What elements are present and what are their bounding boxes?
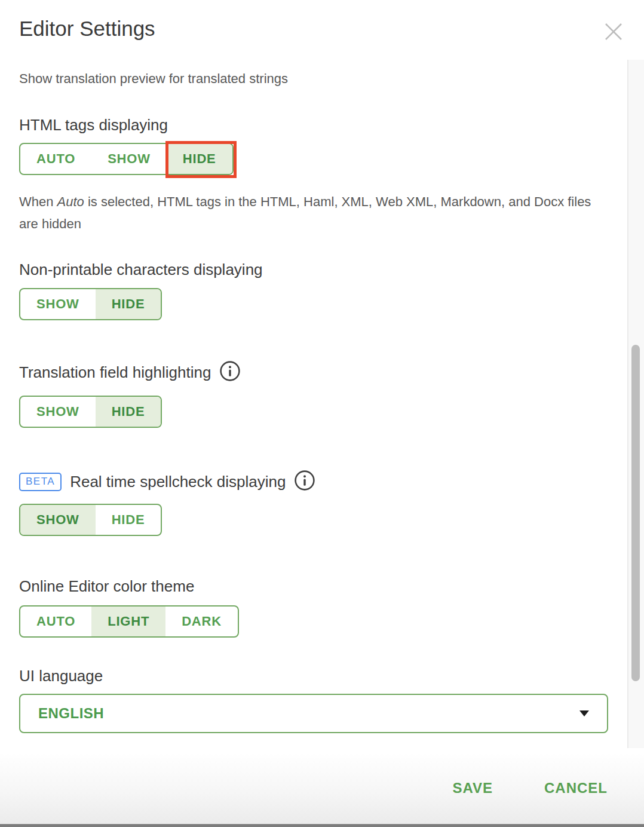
setting-label-spellcheck: Real time spellcheck displaying: [70, 471, 286, 492]
beta-badge: BETA: [19, 473, 62, 491]
editor-settings-modal: { "header": { "title": "Editor Settings"…: [0, 0, 644, 827]
ui-language-value: ENGLISH: [38, 705, 104, 722]
x-close-glyph: [603, 22, 624, 42]
intro-text: Show translation preview for translated …: [19, 69, 608, 88]
segmented-control-non-printable: SHOW HIDE: [19, 288, 162, 320]
option-show-selected[interactable]: SHOW: [20, 505, 96, 535]
scrollbar-thumb[interactable]: [631, 345, 640, 681]
option-auto[interactable]: AUTO: [20, 144, 91, 174]
option-dark[interactable]: DARK: [165, 607, 238, 636]
setting-label-non-printable: Non-printable characters displaying: [19, 259, 608, 280]
close-icon[interactable]: [603, 22, 624, 42]
setting-label-field-highlighting: Translation field highlighting: [19, 362, 211, 382]
option-show[interactable]: SHOW: [91, 144, 167, 174]
segmented-control-html-tags: AUTO SHOW HIDE: [19, 143, 234, 175]
setting-label-ui-language: UI language: [19, 666, 608, 686]
segmented-control-spellcheck: SHOW HIDE: [19, 504, 162, 536]
option-auto[interactable]: AUTO: [20, 607, 91, 636]
setting-header-spellcheck: BETA Real time spellcheck displaying: [19, 470, 608, 494]
option-show[interactable]: SHOW: [20, 289, 96, 319]
option-light-selected[interactable]: LIGHT: [91, 607, 165, 636]
info-icon[interactable]: [294, 470, 315, 494]
option-hide[interactable]: HIDE: [96, 505, 161, 535]
description-italic-auto: Auto: [57, 194, 84, 209]
modal-bottom-edge: [0, 824, 644, 827]
cancel-button[interactable]: CANCEL: [544, 780, 608, 797]
caret-down-icon: [579, 710, 589, 716]
info-icon[interactable]: [219, 360, 241, 384]
option-hide-selected[interactable]: HIDE: [96, 289, 161, 319]
modal-title: Editor Settings: [19, 16, 608, 42]
option-hide-selected[interactable]: HIDE: [167, 144, 232, 174]
option-show[interactable]: SHOW: [20, 397, 96, 427]
option-hide-selected[interactable]: HIDE: [96, 397, 161, 427]
info-circle-glyph: [219, 360, 241, 382]
segmented-control-field-highlighting: SHOW HIDE: [19, 396, 162, 428]
setting-description-html-tags: When Auto is selected, HTML tags in the …: [19, 191, 608, 235]
setting-header-field-highlighting: Translation field highlighting: [19, 360, 608, 384]
modal-footer: SAVE CANCEL: [0, 752, 644, 824]
description-suffix: is selected, HTML tags in the HTML, Haml…: [19, 194, 591, 231]
save-button[interactable]: SAVE: [452, 780, 493, 797]
description-prefix: When: [19, 194, 57, 209]
option-hide-label: HIDE: [183, 151, 216, 167]
ui-language-select[interactable]: ENGLISH: [19, 694, 608, 733]
info-circle-glyph: [294, 470, 315, 491]
setting-label-html-tags: HTML tags displaying: [19, 115, 608, 135]
setting-label-color-theme: Online Editor color theme: [19, 576, 608, 596]
segmented-control-color-theme: AUTO LIGHT DARK: [19, 605, 239, 638]
